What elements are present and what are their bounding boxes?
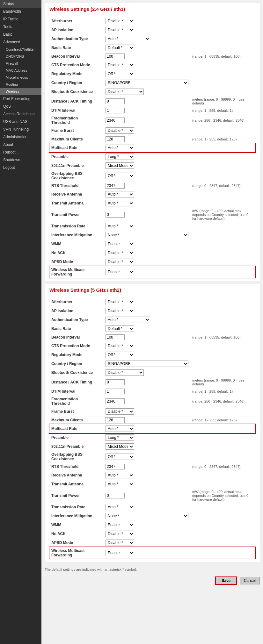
r24-control-4[interactable] bbox=[104, 52, 190, 61]
r5-control-20[interactable]: Auto *MainAux bbox=[104, 480, 190, 489]
r24-select-15[interactable]: Long *Short bbox=[106, 154, 134, 160]
r5-control-9[interactable] bbox=[104, 377, 190, 387]
r5-input-13[interactable] bbox=[106, 417, 125, 423]
r5-select-16[interactable]: Mixed Mode *Green Field bbox=[106, 443, 134, 450]
sidebar-item-about[interactable]: About bbox=[0, 141, 41, 148]
r24-select-23[interactable]: None *Non-WLANWLAN ManualAuto bbox=[106, 232, 188, 238]
r24-input-10[interactable] bbox=[106, 108, 125, 113]
r24-control-16[interactable]: Mixed Mode *Green Field bbox=[104, 161, 190, 170]
r24-control-6[interactable]: Off *802.11h802.11d bbox=[104, 69, 190, 78]
sidebar-item-shutdown[interactable]: Shutdown... bbox=[0, 156, 41, 164]
r5-input-4[interactable] bbox=[106, 334, 125, 340]
sidebar-item-miscellaneous[interactable]: Miscellaneous bbox=[0, 74, 41, 81]
r24-select-5[interactable]: Disable *Enable bbox=[106, 62, 134, 68]
r24-control-17[interactable]: Off *On bbox=[104, 170, 190, 182]
r5-input-18[interactable] bbox=[106, 464, 125, 469]
r5-select-24[interactable]: EnableDisable * bbox=[106, 522, 134, 528]
r24-control-18[interactable] bbox=[104, 182, 190, 190]
sidebar-item-logout[interactable]: Logout bbox=[0, 164, 41, 171]
r5-input-10[interactable] bbox=[106, 389, 125, 394]
r24-select-22[interactable]: Auto * bbox=[106, 223, 134, 229]
r5-control-26[interactable]: Disable *Enable bbox=[104, 538, 190, 547]
r5-control-25[interactable]: Disable *Enable bbox=[104, 529, 190, 538]
sidebar-item-basic[interactable]: Basic bbox=[0, 31, 41, 38]
r5-input-21[interactable] bbox=[106, 493, 125, 498]
r5-control-13[interactable] bbox=[104, 416, 190, 424]
r5-select-8[interactable]: Disable *Enable bbox=[106, 369, 144, 376]
r5-select-6[interactable]: Off *802.11h802.11d bbox=[106, 352, 134, 358]
r5-control-16[interactable]: Mixed Mode *Green Field bbox=[104, 442, 190, 451]
r5-select-23[interactable]: None *Non-WLANWLAN ManualAuto bbox=[106, 513, 188, 519]
r5-select-1[interactable]: Disable *Enable bbox=[106, 308, 134, 314]
cancel-button[interactable]: Cancel bbox=[240, 577, 260, 584]
r24-input-21[interactable] bbox=[106, 212, 125, 218]
r24-control-0[interactable]: Disable *Enable bbox=[104, 17, 190, 25]
r24-select-20[interactable]: Auto *MainAux bbox=[106, 200, 134, 206]
sidebar-item-conntrack[interactable]: Conntrack/Netfilter bbox=[0, 46, 41, 53]
sidebar-item-bandwidth[interactable]: Bandwidth bbox=[0, 8, 41, 15]
r5-control-10[interactable] bbox=[104, 387, 190, 396]
sidebar-item-advanced[interactable]: Advanced bbox=[0, 38, 41, 46]
r5-select-19[interactable]: Auto *MainAux bbox=[106, 472, 134, 478]
sidebar-item-reboot[interactable]: Reboot... bbox=[0, 148, 41, 156]
r5-select-14[interactable]: Auto *125.56911121824364854 bbox=[106, 426, 134, 432]
r5-input-9[interactable] bbox=[106, 379, 125, 385]
r5-select-27[interactable]: EnableDisable * bbox=[106, 550, 134, 556]
r5-control-6[interactable]: Off *802.11h802.11d bbox=[104, 350, 190, 359]
r24-control-25[interactable]: Disable *Enable bbox=[104, 248, 190, 257]
r5-control-14[interactable]: Auto *125.56911121824364854 bbox=[104, 424, 190, 433]
r24-select-17[interactable]: Off *On bbox=[106, 173, 134, 179]
r24-control-10[interactable] bbox=[104, 106, 190, 115]
r5-control-0[interactable]: Disable *Enable bbox=[104, 297, 190, 306]
r5-control-23[interactable]: None *Non-WLANWLAN ManualAuto bbox=[104, 512, 190, 520]
r5-control-1[interactable]: Disable *Enable bbox=[104, 306, 190, 315]
r24-control-20[interactable]: Auto *MainAux bbox=[104, 199, 190, 208]
sidebar-item-dhcp[interactable]: DHCP/DNS bbox=[0, 53, 41, 60]
r24-control-7[interactable]: SINGAPOREUNITED STATES bbox=[104, 78, 190, 87]
r24-select-24[interactable]: EnableDisable * bbox=[106, 241, 134, 247]
r24-select-8[interactable]: Disable *Enable bbox=[106, 89, 144, 95]
r24-select-26[interactable]: Disable *Enable bbox=[106, 259, 134, 265]
sidebar-item-ip-traffic[interactable]: IP Traffic bbox=[0, 15, 41, 23]
r5-select-12[interactable]: Disable *Enable bbox=[106, 408, 134, 415]
r5-control-12[interactable]: Disable *Enable bbox=[104, 407, 190, 416]
r24-control-1[interactable]: Disable *Enable bbox=[104, 25, 190, 34]
sidebar-item-status[interactable]: Status bbox=[0, 0, 41, 8]
sidebar-item-wireless[interactable]: Wireless bbox=[0, 88, 41, 95]
r24-select-14[interactable]: Auto *125.56911121824364854 bbox=[106, 145, 134, 151]
r24-input-18[interactable] bbox=[106, 183, 125, 189]
sidebar-item-administration[interactable]: Administration bbox=[0, 133, 41, 141]
r24-select-1[interactable]: Disable *Enable bbox=[106, 27, 134, 33]
sidebar-item-usb-nas[interactable]: USB and NAS bbox=[0, 118, 41, 125]
r24-control-21[interactable] bbox=[104, 208, 190, 222]
r5-control-15[interactable]: Long *Short bbox=[104, 433, 190, 442]
r24-control-15[interactable]: Long *Short bbox=[104, 152, 190, 161]
r5-control-8[interactable]: Disable *Enable bbox=[104, 368, 190, 377]
sidebar-item-port-forwarding[interactable]: Port Forwarding bbox=[0, 95, 41, 103]
r24-control-11[interactable] bbox=[104, 115, 190, 126]
r24-control-19[interactable]: Auto *MainAux bbox=[104, 190, 190, 199]
r5-control-17[interactable]: Off *On bbox=[104, 451, 190, 462]
r5-select-3[interactable]: Default *1-2 MbpsAll bbox=[106, 326, 134, 332]
sidebar-item-mac-address[interactable]: MAC Address bbox=[0, 67, 41, 74]
r5-select-2[interactable]: Auto *Open SystemShared Key bbox=[106, 317, 150, 323]
r24-control-27[interactable]: EnableDisable * bbox=[104, 266, 190, 278]
r24-input-11[interactable] bbox=[106, 118, 125, 123]
r5-select-5[interactable]: Disable *Enable bbox=[106, 343, 134, 349]
r24-select-27[interactable]: EnableDisable * bbox=[106, 269, 134, 275]
r5-select-15[interactable]: Long *Short bbox=[106, 434, 134, 441]
r5-control-19[interactable]: Auto *MainAux bbox=[104, 471, 190, 480]
r24-input-4[interactable] bbox=[106, 54, 125, 59]
r24-select-12[interactable]: Disable *Enable bbox=[106, 127, 134, 134]
sidebar-item-tools[interactable]: Tools bbox=[0, 23, 41, 31]
r24-control-14[interactable]: Auto *125.56911121824364854 bbox=[104, 143, 190, 152]
r24-control-26[interactable]: Disable *Enable bbox=[104, 257, 190, 266]
r24-select-16[interactable]: Mixed Mode *Green Field bbox=[106, 162, 134, 169]
r5-control-21[interactable] bbox=[104, 489, 190, 503]
r5-control-18[interactable] bbox=[104, 462, 190, 471]
r5-select-20[interactable]: Auto *MainAux bbox=[106, 481, 134, 487]
r24-input-13[interactable] bbox=[106, 136, 125, 142]
r5-control-7[interactable]: SINGAPOREUNITED STATES bbox=[104, 359, 190, 368]
r24-control-8[interactable]: Disable *Enable bbox=[104, 87, 190, 96]
r5-select-17[interactable]: Off *On bbox=[106, 454, 134, 460]
